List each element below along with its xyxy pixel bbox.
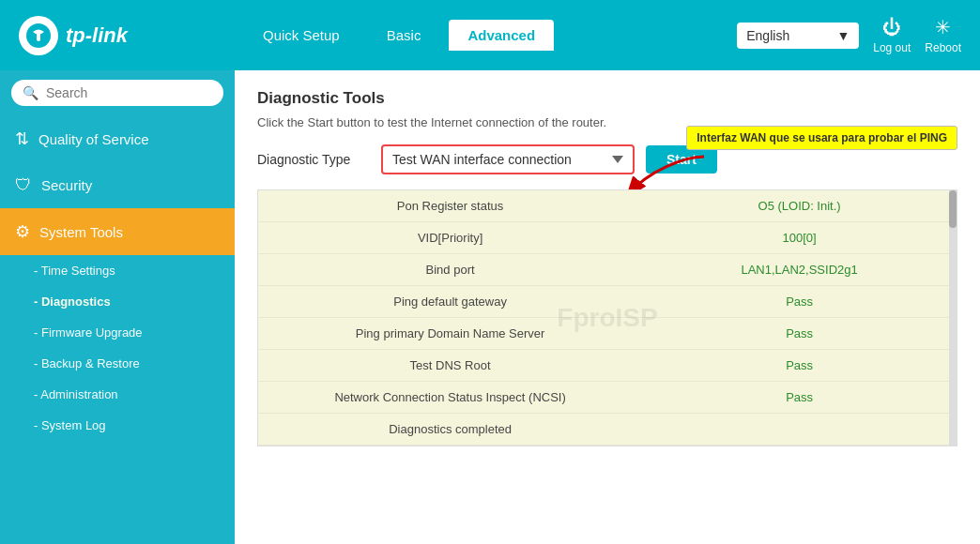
sidebar-sub-diagnostics[interactable]: - Diagnostics (0, 286, 235, 317)
result-label-7: Diagnostics completed (258, 414, 642, 446)
logout-icon: ⏻ (882, 17, 901, 38)
result-label-0: Pon Register status (258, 190, 642, 222)
table-row: Ping primary Domain Name ServerPass (258, 318, 957, 350)
language-label: English (746, 28, 789, 43)
page-title: Diagnostic Tools (257, 89, 957, 108)
qos-icon: ⇅ (15, 128, 29, 149)
header-right: English ▼ ⏻ Log out ✳ Reboot (737, 16, 961, 54)
result-value-2: LAN1,LAN2,SSID2g1 (642, 254, 957, 286)
logo-text: tp-link (66, 23, 128, 48)
annotation-tooltip: Interfaz WAN que se usara para probar el… (686, 126, 957, 150)
chevron-down-icon: ▼ (836, 28, 850, 43)
content-inner: Diagnostic Tools Click the Start button … (235, 70, 980, 544)
diagnostic-type-select[interactable]: Test WAN interface connection Ping Trace… (381, 144, 635, 174)
result-label-2: Bind port (258, 254, 642, 286)
sidebar-item-label-security: Security (41, 177, 92, 193)
nav-tabs: Quick Setup Basic Advanced (225, 20, 737, 51)
result-value-6: Pass (642, 382, 957, 414)
sidebar: 🔍 ⇅ Quality of Service 🛡 Security ⚙ Syst… (0, 70, 235, 544)
diagnostics-label: - Diagnostics (34, 295, 111, 309)
sidebar-sub-time-settings[interactable]: - Time Settings (0, 255, 235, 286)
result-label-6: Network Connection Status Inspect (NCSI) (258, 382, 642, 414)
scroll-bar[interactable] (949, 190, 957, 446)
result-label-5: Test DNS Root (258, 350, 642, 382)
sidebar-item-qos[interactable]: ⇅ Quality of Service (0, 115, 235, 162)
sidebar-sub-administration[interactable]: - Administration (0, 379, 235, 410)
result-value-0: O5 (LOID: Init.) (642, 190, 957, 222)
sidebar-item-label-qos: Quality of Service (38, 131, 149, 147)
search-icon: 🔍 (23, 85, 38, 100)
table-row: Pon Register statusO5 (LOID: Init.) (258, 190, 957, 222)
logout-button[interactable]: ⏻ Log out (873, 17, 911, 54)
tp-link-logo-icon (19, 16, 58, 55)
logout-label: Log out (873, 41, 911, 54)
result-label-3: Ping default gateway (258, 286, 642, 318)
logo-area: tp-link (19, 16, 225, 55)
sidebar-sub-system-log[interactable]: - System Log (0, 410, 235, 441)
table-row: Bind portLAN1,LAN2,SSID2g1 (258, 254, 957, 286)
administration-label: - Administration (34, 387, 118, 401)
system-tools-icon: ⚙ (15, 221, 30, 242)
language-selector[interactable]: English ▼ (737, 23, 859, 49)
system-log-label: - System Log (34, 418, 106, 432)
diagnostic-type-label: Diagnostic Type (257, 152, 370, 167)
firmware-upgrade-label: - Firmware Upgrade (34, 325, 143, 340)
search-bar[interactable]: 🔍 (11, 80, 223, 106)
scroll-thumb[interactable] (949, 190, 957, 228)
table-row: Ping default gatewayPass (258, 286, 957, 318)
tab-advanced[interactable]: Advanced (449, 20, 554, 51)
results-wrapper: Pon Register statusO5 (LOID: Init.)VID[P… (257, 189, 957, 446)
reboot-button[interactable]: ✳ Reboot (925, 16, 961, 54)
table-row: VID[Priority]100[0] (258, 222, 957, 254)
result-value-1: 100[0] (642, 222, 957, 254)
result-value-4: Pass (642, 318, 957, 350)
result-value-3: Pass (642, 286, 957, 318)
security-icon: 🛡 (15, 175, 32, 195)
table-row: Diagnostics completed (258, 414, 957, 446)
sidebar-item-security[interactable]: 🛡 Security (0, 162, 235, 208)
sidebar-item-system-tools[interactable]: ⚙ System Tools (0, 208, 235, 255)
reboot-label: Reboot (925, 41, 961, 54)
sidebar-sub-firmware-upgrade[interactable]: - Firmware Upgrade (0, 317, 235, 348)
backup-restore-label: - Backup & Restore (34, 356, 140, 370)
sidebar-item-label-system-tools: System Tools (39, 224, 123, 240)
result-label-4: Ping primary Domain Name Server (258, 318, 642, 350)
table-row: Network Connection Status Inspect (NCSI)… (258, 382, 957, 414)
result-value-7 (642, 414, 957, 446)
reboot-icon: ✳ (935, 16, 951, 38)
tab-quick-setup[interactable]: Quick Setup (244, 20, 359, 51)
result-value-5: Pass (642, 350, 957, 382)
time-settings-label: - Time Settings (34, 264, 115, 278)
tab-basic[interactable]: Basic (368, 20, 440, 51)
sidebar-sub-backup-restore[interactable]: - Backup & Restore (0, 348, 235, 379)
header: tp-link Quick Setup Basic Advanced Engli… (0, 0, 980, 70)
svg-rect-1 (37, 32, 40, 41)
search-input[interactable] (46, 85, 212, 100)
main-layout: 🔍 ⇅ Quality of Service 🛡 Security ⚙ Syst… (0, 70, 980, 544)
content-area: Diagnostic Tools Click the Start button … (235, 70, 980, 544)
results-table: Pon Register statusO5 (LOID: Init.)VID[P… (258, 190, 957, 446)
table-row: Test DNS RootPass (258, 350, 957, 382)
result-label-1: VID[Priority] (258, 222, 642, 254)
